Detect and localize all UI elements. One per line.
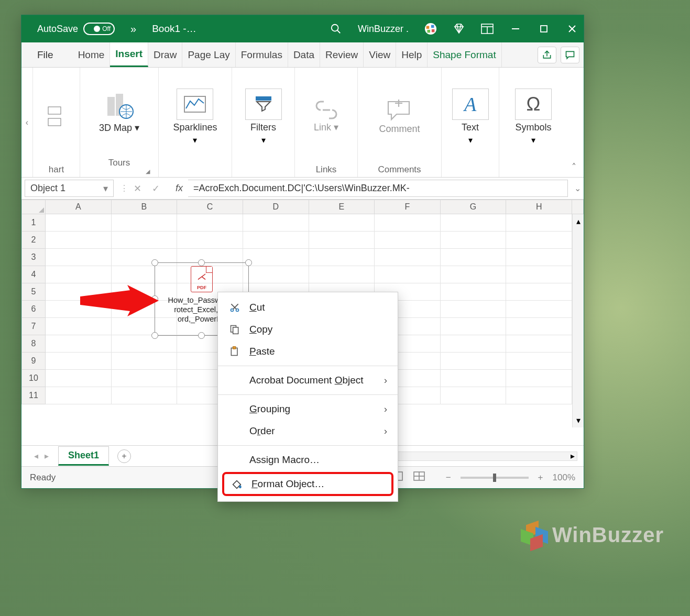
- row-header[interactable]: 11: [21, 387, 46, 404]
- symbols-icon[interactable]: Ω: [515, 89, 552, 120]
- sparklines-icon[interactable]: [177, 89, 213, 120]
- link-icon: [313, 101, 339, 119]
- column-header[interactable]: F: [375, 200, 441, 214]
- map-button-label[interactable]: 3D Map ▾: [99, 122, 139, 134]
- chevron-down-icon[interactable]: ▾: [468, 135, 473, 145]
- row-header[interactable]: 7: [21, 318, 46, 335]
- tab-data[interactable]: Data: [288, 42, 320, 67]
- tab-insert[interactable]: Insert: [110, 42, 148, 67]
- filters-icon[interactable]: [245, 89, 282, 120]
- column-header[interactable]: C: [177, 200, 243, 214]
- zoom-out-button[interactable]: −: [446, 472, 451, 483]
- row-header[interactable]: 5: [21, 283, 46, 301]
- row-header[interactable]: 6: [21, 301, 46, 318]
- column-header[interactable]: H: [506, 200, 572, 214]
- row-header[interactable]: 3: [21, 249, 46, 266]
- fx-icon[interactable]: fx: [176, 183, 183, 194]
- formula-input[interactable]: =AcroExch.Document.DC|'C:\Users\WinBuzze…: [188, 180, 568, 197]
- name-box[interactable]: Object 1 ▾: [25, 180, 114, 197]
- svg-rect-40: [233, 327, 238, 334]
- row-header[interactable]: 4: [21, 266, 46, 283]
- tab-help[interactable]: Help: [396, 42, 428, 67]
- zoom-percent[interactable]: 100%: [553, 472, 575, 483]
- tab-formulas[interactable]: Formulas: [236, 42, 288, 67]
- menu-format-object[interactable]: Format Object…: [222, 472, 393, 496]
- comments-pane-button[interactable]: [561, 47, 579, 63]
- view-page-break-icon[interactable]: [413, 471, 425, 483]
- add-sheet-button[interactable]: +: [117, 449, 131, 463]
- search-icon[interactable]: [330, 23, 342, 35]
- horizontal-scrollbar[interactable]: ◂ ▸: [389, 452, 577, 461]
- vertical-scrollbar[interactable]: ▴ ▾: [572, 214, 584, 427]
- menu-cut[interactable]: Cut: [218, 296, 398, 318]
- menu-paste[interactable]: Paste: [218, 340, 398, 362]
- close-button[interactable]: [566, 23, 578, 35]
- account-avatar-icon[interactable]: [424, 23, 437, 35]
- autosave-toggle[interactable]: AutoSave Off: [37, 23, 115, 35]
- scroll-up-icon[interactable]: ▴: [576, 216, 581, 226]
- svg-rect-23: [256, 96, 271, 101]
- symbols-button[interactable]: Symbols: [515, 122, 551, 133]
- tab-review[interactable]: Review: [320, 42, 364, 67]
- expand-formula-icon[interactable]: ⌄: [571, 178, 584, 199]
- chevron-down-icon[interactable]: ▾: [193, 135, 197, 145]
- zoom-slider[interactable]: [461, 477, 529, 479]
- sheet-prev-icon[interactable]: ◂: [34, 451, 38, 461]
- zoom-in-button[interactable]: +: [538, 472, 543, 483]
- menu-acrobat-document-object[interactable]: Acrobat Document Object ›: [218, 369, 398, 391]
- ribbon-scroll-left[interactable]: ‹: [21, 68, 33, 177]
- globe-map-icon[interactable]: [103, 93, 135, 120]
- pdf-file-icon: ⋌ PDF: [191, 266, 213, 292]
- row-header[interactable]: 10: [21, 370, 46, 387]
- collapse-ribbon-icon[interactable]: ˄: [572, 161, 576, 173]
- tab-shape-format[interactable]: Shape Format: [428, 42, 501, 67]
- diamond-icon[interactable]: [453, 23, 465, 35]
- select-all-corner[interactable]: [21, 200, 46, 214]
- tab-file[interactable]: File: [26, 42, 65, 67]
- scroll-down-icon[interactable]: ▾: [576, 415, 581, 425]
- menu-order[interactable]: Order ›: [218, 420, 398, 442]
- group-label-comments: Comments: [378, 161, 421, 175]
- scroll-right-icon[interactable]: ▸: [571, 451, 575, 461]
- document-title: Book1 -…: [152, 23, 196, 35]
- tab-view[interactable]: View: [364, 42, 396, 67]
- chevron-down-icon[interactable]: ▾: [531, 135, 535, 145]
- share-button[interactable]: [538, 47, 556, 63]
- column-header[interactable]: D: [243, 200, 309, 214]
- minimize-button[interactable]: [509, 23, 522, 35]
- chart-partial-icon[interactable]: [46, 104, 67, 130]
- menu-copy[interactable]: Copy: [218, 318, 398, 340]
- sheet-tab-sheet1[interactable]: Sheet1: [58, 446, 109, 466]
- tab-home[interactable]: Home: [73, 42, 111, 67]
- menu-assign-macro[interactable]: Assign Macro…: [218, 449, 398, 471]
- row-header[interactable]: 1: [21, 214, 46, 232]
- sheet-next-icon[interactable]: ▸: [45, 451, 49, 461]
- column-header[interactable]: E: [309, 200, 375, 214]
- filters-button[interactable]: Filters: [250, 122, 276, 133]
- quick-access-overflow-icon[interactable]: »: [130, 23, 136, 35]
- sparklines-button[interactable]: Sparklines: [173, 122, 217, 133]
- tab-page-layout[interactable]: Page Lay: [182, 42, 235, 67]
- svg-rect-18: [48, 118, 61, 126]
- winbuzzer-watermark: WinBuzzer: [521, 522, 664, 548]
- row-header[interactable]: 9: [21, 353, 46, 370]
- maximize-button[interactable]: [538, 23, 550, 35]
- status-ready: Ready: [30, 472, 56, 483]
- tab-draw[interactable]: Draw: [148, 42, 182, 67]
- menu-grouping[interactable]: Grouping ›: [218, 398, 398, 420]
- chevron-down-icon[interactable]: ▾: [103, 183, 108, 194]
- enter-icon[interactable]: ✓: [152, 183, 160, 194]
- row-header[interactable]: 8: [21, 335, 46, 353]
- ribbon-mode-icon[interactable]: [481, 23, 494, 35]
- row-header[interactable]: 2: [21, 232, 46, 249]
- column-header[interactable]: B: [112, 200, 178, 214]
- cancel-icon[interactable]: ✕: [134, 183, 141, 194]
- text-button[interactable]: Text: [462, 122, 479, 133]
- svg-rect-5: [428, 30, 431, 33]
- account-name[interactable]: WinBuzzer .: [358, 24, 409, 35]
- chevron-down-icon[interactable]: ▾: [261, 135, 266, 145]
- column-header[interactable]: A: [46, 200, 112, 214]
- column-header[interactable]: G: [441, 200, 507, 214]
- text-icon[interactable]: A: [452, 89, 489, 120]
- dialog-launcher-icon[interactable]: ◢: [146, 168, 150, 175]
